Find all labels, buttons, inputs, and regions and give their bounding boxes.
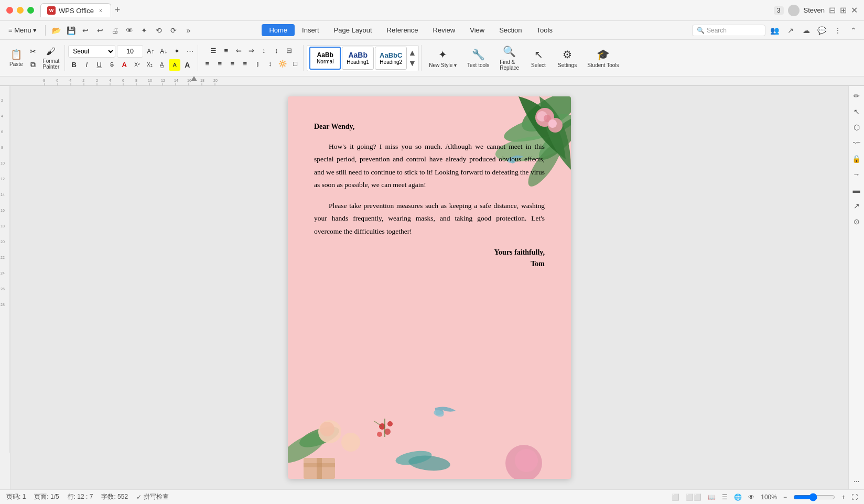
search-box[interactable]: 🔍 Search [692, 25, 765, 36]
underline-button[interactable]: U [93, 59, 105, 71]
save-icon[interactable]: 💾 [64, 24, 77, 37]
pencil-icon[interactable]: ✏ [851, 90, 862, 102]
nav-tab-tools[interactable]: Tools [530, 24, 560, 36]
cursor-icon[interactable]: ↖ [851, 106, 862, 117]
shape-icon[interactable]: ⬡ [851, 122, 862, 133]
style-heading2[interactable]: AaBbC Heading2 [375, 47, 407, 70]
layout-outline-icon[interactable]: ☰ [722, 494, 728, 501]
nav-tab-page-layout[interactable]: Page Layout [327, 24, 380, 36]
document-area[interactable]: Dear Wendy, How's it going? I miss you s… [10, 86, 848, 489]
settings-button[interactable]: ⚙ Settings [554, 45, 581, 71]
text-tools-button[interactable]: 🔧 Text tools [463, 45, 493, 71]
collab-icon[interactable]: 👥 [769, 24, 781, 37]
font-name-select[interactable]: Seoul [68, 45, 115, 58]
style-normal[interactable]: AaBb Normal [309, 47, 341, 70]
format-clear-icon[interactable]: ✦ [138, 24, 150, 37]
open-file-icon[interactable]: 📂 [50, 24, 62, 37]
nav-tab-home[interactable]: Home [262, 24, 295, 36]
notification-badge[interactable]: 3 [774, 6, 784, 15]
export-icon[interactable]: ↗ [851, 200, 862, 212]
print-preview-icon[interactable]: 👁 [123, 24, 136, 37]
clear-format-button[interactable]: A [181, 59, 193, 71]
columns-button[interactable]: ⫿ [252, 58, 263, 70]
align-left-button[interactable]: ≡ [201, 58, 213, 70]
para-spacing-button[interactable]: ↕ [271, 45, 282, 57]
undo-icon[interactable]: ↩ [79, 24, 92, 37]
italic-button[interactable]: I [81, 59, 92, 71]
paste-button[interactable]: 📋 Paste [6, 47, 26, 70]
new-style-button[interactable]: ✦ New Style ▾ [425, 45, 461, 71]
window-minimize-button[interactable]: ⊟ [829, 5, 836, 15]
chat-icon[interactable]: 💬 [816, 24, 828, 37]
copy-button[interactable]: ⧉ [27, 59, 39, 71]
layout-web-icon[interactable]: 🌐 [734, 494, 742, 501]
style-heading1[interactable]: AaBb Heading1 [342, 47, 374, 70]
subscript-button[interactable]: X₂ [144, 59, 155, 71]
arrow-right-icon[interactable]: → [851, 169, 862, 180]
align-center-button[interactable]: ≡ [214, 58, 225, 70]
collapse-icon[interactable]: ⌃ [847, 24, 860, 37]
numbering-button[interactable]: ≡ [220, 45, 232, 57]
more-text-button[interactable]: ⋯ [184, 46, 196, 57]
shading-button[interactable]: 🔆 [277, 58, 288, 70]
fullscreen-button[interactable]: ⛶ [851, 494, 858, 501]
borders-button[interactable]: ⊟ [283, 45, 295, 57]
font-color-button[interactable]: A [118, 59, 130, 71]
align-right-button[interactable]: ≡ [226, 58, 238, 70]
nav-tab-view[interactable]: View [462, 24, 492, 36]
zoom-slider[interactable] [793, 493, 835, 501]
style-scroll-down[interactable]: ▼ [408, 59, 416, 68]
indent-button[interactable]: ⇒ [245, 45, 257, 57]
student-tools-button[interactable]: 🎓 Student Tools [583, 45, 623, 71]
minimize-traffic-light[interactable] [17, 7, 24, 14]
increase-font-button[interactable]: A↑ [145, 46, 156, 57]
tab-close-button[interactable]: × [97, 7, 104, 14]
layout-single-icon[interactable]: ⬜ [672, 494, 679, 501]
cut-button[interactable]: ✂ [27, 45, 39, 58]
format-painter-button[interactable]: 🖌 FormatPainter [40, 47, 63, 70]
more2-icon[interactable]: ⋮ [831, 24, 844, 37]
close-traffic-light[interactable] [6, 7, 13, 14]
active-tab[interactable]: W WPS Office × [40, 3, 111, 17]
font-size-input[interactable] [117, 45, 143, 58]
line-spacing-button[interactable]: ↕ [264, 58, 276, 70]
nav-tab-review[interactable]: Review [426, 24, 463, 36]
table-icon[interactable]: ▬ [851, 184, 862, 196]
decrease-font-button[interactable]: A↓ [158, 46, 169, 57]
sort-button[interactable]: ↕ [258, 45, 269, 57]
window-close-button[interactable]: ✕ [851, 5, 858, 15]
strikethrough-button[interactable]: S̶ [106, 59, 117, 71]
text-effects-button[interactable]: ✦ [171, 46, 182, 57]
layout-double-icon[interactable]: ⬜⬜ [686, 494, 701, 501]
lock-icon[interactable]: 🔒 [851, 153, 862, 165]
select-button[interactable]: ↖ Select [525, 45, 552, 71]
help-icon[interactable]: ⊙ [851, 216, 862, 227]
highlight-button[interactable]: A [169, 59, 180, 71]
outdent-button[interactable]: ⇐ [233, 45, 244, 57]
cloud-icon[interactable]: ☁ [800, 24, 813, 37]
menu-hamburger[interactable]: ≡ Menu ▾ [4, 25, 41, 36]
redo-icon[interactable]: ↩ [94, 24, 106, 37]
share-icon[interactable]: ↗ [784, 24, 797, 37]
layout-focus-icon[interactable]: 👁 [748, 494, 754, 501]
nav-tab-insert[interactable]: Insert [295, 24, 327, 36]
window-maximize-button[interactable]: ⊞ [840, 5, 847, 15]
style-scroll-up[interactable]: ▲ [408, 48, 416, 58]
layout-reading-icon[interactable]: 📖 [708, 494, 716, 501]
bullets-button[interactable]: ☰ [208, 45, 219, 57]
more-menu-icon[interactable]: » [182, 24, 195, 37]
more-panel-button[interactable]: ··· [854, 477, 860, 485]
print-icon[interactable]: 🖨 [109, 24, 121, 37]
nav-tab-reference[interactable]: Reference [380, 24, 426, 36]
zoom-in-button[interactable]: + [841, 494, 845, 501]
superscript-button[interactable]: X² [131, 59, 143, 71]
fullscreen-traffic-light[interactable] [27, 7, 34, 14]
undo2-icon[interactable]: ⟲ [153, 24, 165, 37]
font-shade-button[interactable]: A̲ [156, 59, 168, 71]
justify-button[interactable]: ≡ [239, 58, 251, 70]
user-avatar[interactable] [788, 5, 800, 16]
redo2-icon[interactable]: ⟳ [167, 24, 180, 37]
zoom-out-button[interactable]: − [783, 494, 787, 501]
find-replace-button[interactable]: 🔍 Find &Replace [495, 45, 523, 71]
nav-tab-section[interactable]: Section [492, 24, 529, 36]
